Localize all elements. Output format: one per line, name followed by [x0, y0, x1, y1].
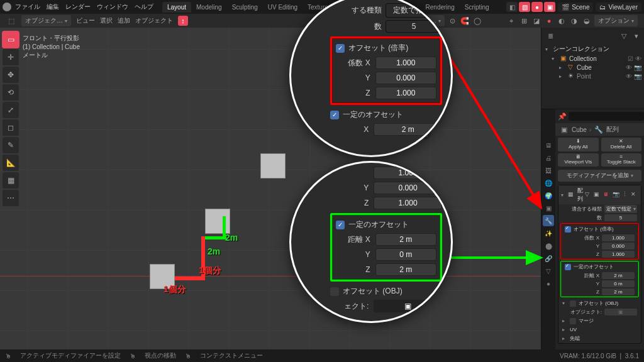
- vis-icon[interactable]: 👁: [626, 64, 632, 71]
- collection-name[interactable]: Collection: [569, 55, 625, 62]
- restrict-sel-icon[interactable]: ☑: [628, 55, 633, 62]
- header-add[interactable]: 追加: [118, 16, 130, 25]
- delete-all-button[interactable]: ✕Delete All: [601, 138, 642, 151]
- merge-checkbox[interactable]: [570, 318, 576, 324]
- shading-render-icon[interactable]: ▣: [544, 2, 555, 12]
- 3d-viewport[interactable]: ▭ ✛ ✥ ⟲ ⤢ ◻ ✎ 📐 ▦ ⋯ フロント・平行投影 (1) Collec…: [0, 28, 541, 349]
- dist-z-input[interactable]: 2 m: [602, 288, 635, 295]
- mod-edit-icon[interactable]: ▽: [585, 191, 592, 199]
- m2-fz[interactable]: 1.000: [374, 197, 442, 209]
- ptab-data[interactable]: ▽: [543, 265, 554, 277]
- scene-selector[interactable]: 🎬 Scene: [558, 3, 593, 12]
- outliner-type-icon[interactable]: ≣: [545, 31, 555, 41]
- tool-annotate[interactable]: ✎: [3, 137, 19, 153]
- m1-fz[interactable]: 1.000: [375, 87, 436, 99]
- factor-x-input[interactable]: 1.000: [602, 234, 635, 241]
- scene-collection-label[interactable]: シーンコレクション: [553, 45, 609, 53]
- m1-rel-checkbox[interactable]: ✓: [336, 44, 345, 53]
- m1-fx[interactable]: 1.000: [375, 57, 436, 69]
- vis2-icon[interactable]: 👁: [626, 73, 632, 80]
- dist-y-input[interactable]: 0 m: [602, 280, 635, 287]
- mode-dropdown[interactable]: オブジェク…: [21, 15, 71, 26]
- render2-icon[interactable]: 📷: [634, 73, 641, 80]
- ptab-world[interactable]: 🌍: [543, 190, 554, 201]
- m1-fy[interactable]: 0.000: [375, 72, 436, 84]
- m2-dz[interactable]: 2 m: [375, 263, 436, 276]
- properties-search[interactable]: [569, 112, 644, 121]
- tab-modeling[interactable]: Modeling: [191, 2, 227, 13]
- tool-more[interactable]: ⋯: [3, 190, 19, 206]
- viewlayer-selector[interactable]: 🗂 ViewLayer: [596, 3, 641, 12]
- shading-solid-icon[interactable]: ●: [531, 2, 543, 12]
- shading3-icon[interactable]: ◑: [569, 16, 579, 26]
- menu-window[interactable]: ウィンドウ: [97, 3, 128, 11]
- render-icon[interactable]: 📷: [634, 64, 641, 71]
- tool-addcube[interactable]: ▦: [3, 172, 19, 189]
- m2-obj-checkbox[interactable]: ✓: [330, 287, 339, 296]
- ptab-output[interactable]: 🖨: [543, 152, 554, 163]
- caps-title[interactable]: 先端: [570, 335, 580, 342]
- modifier-name[interactable]: 配列: [577, 187, 583, 203]
- blender-logo-icon[interactable]: [3, 3, 11, 11]
- fit-type-dropdown[interactable]: 定数で指定: [604, 205, 637, 213]
- mod-viewport-icon[interactable]: 🖥: [603, 191, 611, 199]
- dist-x-input[interactable]: 2 m: [602, 272, 635, 279]
- header-select[interactable]: 選択: [100, 16, 113, 25]
- shading2-icon[interactable]: ◐: [557, 16, 567, 26]
- snap-icon[interactable]: 🧲: [460, 16, 470, 26]
- m2-dy[interactable]: 0 m: [375, 248, 436, 261]
- mod-render-icon[interactable]: 📷: [613, 191, 620, 199]
- header-object[interactable]: オブジェクト: [135, 16, 173, 25]
- ptab-modifier[interactable]: 🔧: [543, 215, 554, 226]
- overlay-icon[interactable]: ◧: [506, 2, 518, 12]
- crumb-modifier[interactable]: 配列: [606, 125, 619, 134]
- filter-icon[interactable]: ▽: [619, 31, 629, 41]
- options-dropdown[interactable]: オプション: [594, 15, 638, 26]
- tab-layout[interactable]: Layout: [162, 2, 191, 13]
- xray-icon[interactable]: ◪: [531, 16, 541, 26]
- tool-select-box[interactable]: ▭: [3, 31, 19, 48]
- tab-sculpting[interactable]: Sculpting: [227, 2, 263, 13]
- viewport-vis-button[interactable]: 🖥Viewport Vis: [558, 153, 599, 167]
- ptab-viewlayer[interactable]: 🖼: [543, 165, 554, 176]
- tool-transform[interactable]: ◻: [3, 119, 19, 136]
- restrict-vis-icon[interactable]: 👁: [635, 55, 641, 62]
- pin-icon[interactable]: 📌: [558, 111, 567, 121]
- pivot-icon[interactable]: ⊙: [447, 16, 457, 26]
- m1-const-checkbox[interactable]: ✓: [330, 111, 339, 119]
- outliner-item-cube[interactable]: Cube: [577, 64, 623, 71]
- m2-const-checkbox[interactable]: ✓: [336, 221, 345, 229]
- toggle-stack-button[interactable]: ≡Toggle Stack: [601, 153, 642, 167]
- apply-all-button[interactable]: ⬇Apply All: [558, 138, 599, 151]
- outliner[interactable]: ≣ ▽ ▾ ▾シーンコレクション ▾▣Collection☑👁 ▸▽Cube👁📷…: [541, 28, 644, 109]
- add-modifier-dropdown[interactable]: モディファイアーを追加: [558, 170, 641, 182]
- ptab-scene[interactable]: 🌐: [543, 177, 554, 189]
- tool-rotate[interactable]: ⟲: [3, 84, 19, 101]
- header-view[interactable]: ビュー: [76, 16, 95, 25]
- shading-wire-icon[interactable]: ▧: [519, 2, 530, 12]
- ptab-material[interactable]: ●: [543, 278, 554, 289]
- gizmo-toggle-icon[interactable]: ⌖: [506, 16, 516, 26]
- obj-input[interactable]: ▣: [604, 309, 637, 315]
- mod-close-icon[interactable]: ✕: [631, 191, 638, 199]
- constant-offset-checkbox[interactable]: [565, 264, 571, 270]
- new-collection-icon[interactable]: ▾: [631, 31, 641, 41]
- tool-scale[interactable]: ⤢: [3, 102, 19, 118]
- ptab-constraints[interactable]: 🔗: [543, 253, 554, 264]
- menu-help[interactable]: ヘルプ: [135, 3, 153, 11]
- crumb-object[interactable]: Cube: [572, 126, 587, 133]
- editor-type-icon[interactable]: ⬚: [6, 16, 16, 26]
- menu-file[interactable]: ファイル: [15, 3, 40, 11]
- mod-cage-icon[interactable]: ▣: [594, 191, 601, 199]
- overlay-toggle-icon[interactable]: ⊞: [519, 16, 529, 26]
- transform-gizmo-icon[interactable]: ↕: [178, 16, 188, 26]
- tool-cursor[interactable]: ✛: [3, 49, 19, 65]
- uv-title[interactable]: UV: [570, 327, 577, 332]
- ptab-physics[interactable]: ⬤: [543, 240, 554, 251]
- tool-measure[interactable]: 📐: [3, 155, 19, 171]
- ptab-render[interactable]: 🖥: [543, 140, 554, 151]
- tab-uv[interactable]: UV Editing: [263, 2, 303, 13]
- obj-offset-checkbox[interactable]: [570, 300, 576, 307]
- relative-offset-checkbox[interactable]: [565, 226, 571, 233]
- tab-rendering[interactable]: Rendering: [421, 2, 460, 13]
